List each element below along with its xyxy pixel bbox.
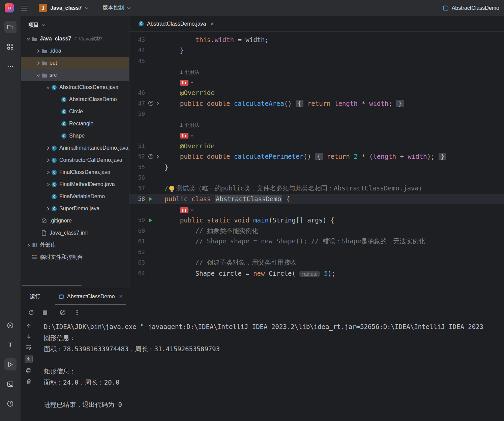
- terminal-tool-icon[interactable]: [4, 378, 17, 390]
- project-tool-icon[interactable]: [4, 21, 17, 33]
- chevron-down-icon: [127, 6, 131, 9]
- class-icon: C: [61, 121, 69, 127]
- services-tool-icon[interactable]: [4, 319, 17, 331]
- tree-item-constructorcalldemo-java[interactable]: CConstructorCallDemo.java: [21, 154, 129, 166]
- tree-item-finalvariabledemo[interactable]: CFinalVariableDemo: [21, 190, 129, 203]
- tree-item-外部库[interactable]: 外部库: [21, 239, 129, 251]
- folded-region[interactable]: {: [296, 100, 303, 107]
- clear-console-icon[interactable]: [26, 379, 32, 385]
- chevron-down-icon[interactable]: [190, 134, 194, 137]
- folded-region[interactable]: }: [439, 153, 446, 160]
- chevron-right-icon[interactable]: [25, 243, 32, 247]
- usages-hint[interactable]: 1 个用法: [180, 122, 200, 128]
- override-method-icon[interactable]: [148, 100, 154, 106]
- chevron-right-icon[interactable]: [35, 61, 41, 65]
- console-output[interactable]: D:\IDEA\JDK\bin\java.exe "-javaagent:D:\…: [36, 320, 504, 421]
- print-icon[interactable]: [26, 368, 32, 374]
- close-icon[interactable]: ×: [119, 293, 122, 300]
- tree-item-临时文件和控制台[interactable]: 临时文件和控制台: [21, 251, 129, 263]
- line-number: 50: [129, 111, 145, 117]
- rerun-icon[interactable]: [28, 309, 34, 316]
- red-badge-icon[interactable]: [180, 207, 188, 213]
- tree-item-java-class7-iml[interactable]: Java_class7.iml: [21, 227, 129, 239]
- chevron-right-icon[interactable]: [45, 170, 51, 175]
- chevron-down-icon[interactable]: [190, 209, 194, 211]
- token: [331, 100, 334, 107]
- tree-item-finalclassdemo-java[interactable]: CFinalClassDemo.java: [21, 166, 129, 178]
- run-line-icon[interactable]: [148, 218, 153, 223]
- navigate-down-icon[interactable]: [26, 334, 32, 339]
- intention-bulb-icon[interactable]: [169, 186, 174, 191]
- folded-region[interactable]: {: [315, 153, 323, 160]
- fold-arrow-icon[interactable]: [155, 154, 160, 159]
- project-selector[interactable]: J Java_class7: [39, 4, 89, 12]
- tree-item-shape[interactable]: CShape: [21, 130, 129, 142]
- horizontal-scrollbar[interactable]: [22, 285, 82, 286]
- problems-tool-icon[interactable]: [4, 397, 17, 410]
- vcs-widget[interactable]: 版本控制: [102, 4, 131, 11]
- token: .: [211, 36, 214, 43]
- chevron-down-icon[interactable]: [35, 73, 41, 78]
- svg-text:C: C: [140, 22, 142, 26]
- tree-item-abstractclassdemo-java[interactable]: CAbstractClassDemo.java: [21, 81, 129, 93]
- tree-item-label: ConstructorCallDemo.java: [59, 157, 122, 163]
- line-number: 46: [129, 89, 145, 96]
- override-method-icon[interactable]: [148, 154, 154, 159]
- tree-item-out[interactable]: out: [21, 57, 129, 69]
- profiler-tool-icon[interactable]: [4, 339, 17, 351]
- clear-all-icon[interactable]: [60, 309, 66, 315]
- tree-item-rectangle[interactable]: CRectangle: [21, 118, 129, 130]
- fold-arrow-icon[interactable]: [155, 101, 160, 106]
- tree-item-gitignore[interactable]: .gitignore: [21, 215, 129, 227]
- run-line-icon[interactable]: [148, 197, 153, 202]
- run-tool-icon[interactable]: [4, 358, 17, 370]
- chevron-down-icon[interactable]: [190, 81, 194, 84]
- tree-item-superdemo-java[interactable]: CSuperDemo.java: [21, 203, 129, 215]
- tree-item-finalmethoddemo-java[interactable]: CFinalMethodDemo.java: [21, 178, 129, 190]
- more-tools-icon[interactable]: [4, 60, 17, 72]
- chevron-down-icon[interactable]: [45, 85, 51, 90]
- tree-item-label: 外部库: [40, 242, 56, 249]
- editor-tab[interactable]: C AbstractClassDemo.java ×: [134, 16, 218, 31]
- close-icon[interactable]: ×: [210, 21, 214, 27]
- tree-item-src[interactable]: src: [21, 69, 129, 81]
- code-editor[interactable]: 43 this.width = width;44 }45 1 个用法 46 @O…: [129, 32, 504, 288]
- code-text: }: [165, 163, 504, 171]
- chevron-right-icon[interactable]: [45, 146, 51, 150]
- tree-item-circle[interactable]: CCircle: [21, 106, 129, 118]
- more-options-icon[interactable]: ⋮: [74, 309, 81, 317]
- chevron-right-icon[interactable]: [35, 49, 41, 53]
- token: [350, 153, 354, 160]
- usages-hint[interactable]: 1 个用法: [180, 69, 200, 75]
- tree-item-abstractclassdemo[interactable]: CAbstractClassDemo: [21, 93, 129, 106]
- folded-region[interactable]: }: [396, 100, 404, 107]
- stop-icon[interactable]: [42, 310, 48, 315]
- svg-text:C: C: [53, 158, 55, 162]
- chevron-right-icon[interactable]: [45, 182, 51, 187]
- console-line: D:\IDEA\JDK\bin\java.exe "-javaagent:D:\…: [44, 321, 504, 332]
- token: * (: [358, 153, 373, 160]
- ignore-icon: [41, 218, 50, 223]
- chevron-right-icon[interactable]: [45, 158, 51, 162]
- navigate-up-icon[interactable]: [26, 323, 32, 329]
- code-text: public double calculatePerimeter() { ret…: [165, 153, 504, 160]
- tree-item-java-class7[interactable]: Java_class7F:\Java教材\: [21, 33, 129, 45]
- run-configuration-widget[interactable]: AbstractClassDemo: [443, 5, 499, 11]
- svg-text:C: C: [53, 207, 55, 211]
- project-panel: 项目 Java_class7F:\Java教材\.ideaoutsrcCAbst…: [21, 16, 129, 288]
- commit-tool-icon[interactable]: [4, 40, 17, 53]
- tree-item-animalinheritancedemo-java[interactable]: CAnimalInheritanceDemo.java: [21, 142, 129, 154]
- project-panel-header[interactable]: 项目: [21, 16, 129, 33]
- token: 测试类（唯一的public类，文件名必须与此类名相同：AbstractClass…: [176, 184, 425, 192]
- main-menu-icon[interactable]: [21, 6, 27, 10]
- red-badge-icon[interactable]: [180, 133, 188, 139]
- editor-tab-title: AbstractClassDemo.java: [147, 21, 206, 27]
- tree-item-idea[interactable]: .idea: [21, 45, 129, 57]
- chevron-down-icon[interactable]: [25, 37, 32, 41]
- run-tab[interactable]: AbstractClassDemo ×: [54, 288, 127, 305]
- chevron-right-icon[interactable]: [45, 207, 51, 211]
- red-badge-icon[interactable]: [180, 80, 188, 86]
- token: // 抽象类不能实例化: [196, 227, 258, 234]
- scroll-to-end-icon[interactable]: [25, 355, 33, 363]
- soft-wrap-icon[interactable]: [26, 344, 32, 350]
